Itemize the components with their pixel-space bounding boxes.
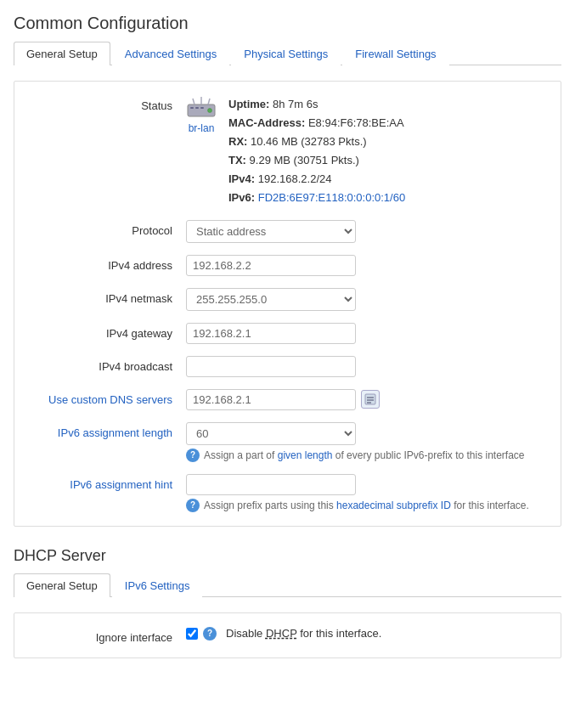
hint-icon-2: ?	[186, 499, 200, 512]
custom-dns-control	[186, 389, 550, 410]
ipv4-netmask-select[interactable]: 255.255.255.0	[186, 288, 356, 311]
mac-label: MAC-Address:	[228, 116, 305, 129]
ipv6-assignment-hint-input[interactable]	[186, 474, 356, 495]
ipv4-broadcast-row: IPv4 broadcast	[25, 356, 550, 377]
dns-add-button[interactable]	[361, 390, 380, 409]
svg-rect-2	[195, 107, 199, 109]
ipv4-address-control	[186, 255, 550, 276]
protocol-control: Static address	[186, 220, 550, 243]
tx-value: 9.29 MB (30751 Pkts.)	[250, 154, 359, 166]
protocol-select[interactable]: Static address	[186, 220, 356, 243]
page-title: Common Configuration	[14, 14, 561, 33]
ipv6-assignment-length-label: IPv6 assignment length	[25, 422, 186, 439]
status-label: Status	[25, 95, 186, 112]
ipv4-label: IPv4:	[228, 172, 255, 185]
tab-general-setup[interactable]: General Setup	[14, 42, 110, 65]
status-info: Uptime: 8h 7m 6s MAC-Address: E8:94:F6:7…	[228, 95, 405, 208]
given-length-link[interactable]: given length	[278, 449, 333, 461]
custom-dns-label: Use custom DNS servers	[25, 389, 186, 406]
ignore-interface-row: Ignore interface ? Disable DHCP for this…	[25, 627, 550, 644]
mac-value: E8:94:F6:78:BE:AA	[308, 116, 404, 129]
hint-text-content: Assign a part of given length of every p…	[204, 449, 525, 461]
custom-dns-input[interactable]	[186, 389, 356, 410]
svg-point-4	[208, 109, 212, 113]
dhcp-section-title: DHCP Server	[14, 547, 561, 565]
ipv6-assignment-hint-text: ? Assign prefix parts using this hexadec…	[186, 499, 550, 512]
ipv4-broadcast-input[interactable]	[186, 356, 356, 377]
ipv4-netmask-label: IPv4 netmask	[25, 288, 186, 305]
ipv4-gateway-control	[186, 323, 550, 344]
ignore-interface-hint: Disable DHCP for this interface.	[226, 627, 381, 640]
ipv4-value: 192.168.2.2/24	[258, 172, 332, 185]
ignore-interface-control: ? Disable DHCP for this interface.	[186, 627, 550, 641]
ipv4-gateway-label: IPv4 gateway	[25, 323, 186, 340]
ipv6-assignment-length-row: IPv6 assignment length 60 ? Assign a par…	[25, 422, 550, 462]
ipv4-broadcast-label: IPv4 broadcast	[25, 356, 186, 373]
custom-dns-row: Use custom DNS servers	[25, 389, 550, 410]
ipv6-assignment-length-hint: ? Assign a part of given length of every…	[186, 449, 550, 462]
svg-rect-3	[200, 107, 204, 109]
ipv6-label: IPv6:	[228, 191, 255, 204]
ipv4-broadcast-control	[186, 356, 550, 377]
dhcp-underline: DHCP	[266, 627, 297, 640]
ipv6-assignment-hint-control: ? Assign prefix parts using this hexadec…	[186, 474, 550, 512]
ipv4-address-input[interactable]	[186, 255, 356, 276]
ipv6-assignment-length-control: 60 ? Assign a part of given length of ev…	[186, 422, 550, 462]
ipv6-assignment-hint-label: IPv6 assignment hint	[25, 474, 186, 491]
router-icon	[186, 95, 217, 121]
main-tab-bar: General Setup Advanced Settings Physical…	[14, 42, 561, 65]
rx-value: 10.46 MB (32783 Pkts.)	[251, 135, 367, 148]
ipv4-netmask-row: IPv4 netmask 255.255.255.0	[25, 288, 550, 311]
tx-label: TX:	[228, 154, 246, 166]
hint-text-content-2: Assign prefix parts using this hexadecim…	[204, 499, 529, 511]
ignore-hint-icon: ?	[203, 627, 217, 641]
status-row: Status br-lan U	[25, 95, 550, 208]
tab-physical-settings[interactable]: Physical Settings	[231, 42, 341, 65]
dhcp-tab-bar: General Setup IPv6 Settings	[14, 573, 561, 597]
svg-rect-1	[190, 107, 194, 109]
ipv4-address-label: IPv4 address	[25, 255, 186, 272]
tab-ipv6-settings[interactable]: IPv6 Settings	[112, 573, 203, 597]
common-config-form: Status br-lan U	[14, 81, 561, 527]
ipv6-assignment-length-select[interactable]: 60	[186, 422, 356, 445]
tab-dhcp-general-setup[interactable]: General Setup	[14, 573, 110, 597]
svg-line-7	[208, 99, 210, 104]
ipv6-assignment-hint-row: IPv6 assignment hint ? Assign prefix par…	[25, 474, 550, 512]
svg-line-5	[193, 99, 194, 104]
ipv6-value: FD2B:6E97:E118:0:0:0:0:1/60	[258, 191, 405, 204]
ignore-interface-checkbox[interactable]	[186, 628, 198, 640]
dns-wrap	[186, 389, 550, 410]
hint-icon: ?	[186, 449, 200, 462]
ipv4-gateway-input[interactable]	[186, 323, 356, 344]
ipv4-netmask-control: 255.255.255.0	[186, 288, 550, 311]
dhcp-form: Ignore interface ? Disable DHCP for this…	[14, 612, 561, 658]
ipv4-address-row: IPv4 address	[25, 255, 550, 276]
add-dns-icon	[364, 393, 376, 405]
protocol-row: Protocol Static address	[25, 220, 550, 243]
br-lan-label: br-lan	[189, 122, 215, 134]
tab-advanced-settings[interactable]: Advanced Settings	[112, 42, 229, 65]
tab-firewall-settings[interactable]: Firewall Settings	[342, 42, 448, 65]
protocol-label: Protocol	[25, 220, 186, 237]
uptime-label: Uptime:	[228, 98, 269, 110]
rx-label: RX:	[228, 135, 247, 148]
ipv4-gateway-row: IPv4 gateway	[25, 323, 550, 344]
uptime-value: 8h 7m 6s	[273, 98, 318, 110]
status-content: br-lan Uptime: 8h 7m 6s MAC-Address: E8:…	[186, 95, 550, 208]
ignore-interface-checkbox-wrap: ? Disable DHCP for this interface.	[186, 627, 550, 641]
ignore-interface-label: Ignore interface	[25, 627, 186, 644]
router-icon-block: br-lan	[186, 95, 217, 134]
hexadecimal-link[interactable]: hexadecimal subprefix ID	[336, 499, 451, 511]
